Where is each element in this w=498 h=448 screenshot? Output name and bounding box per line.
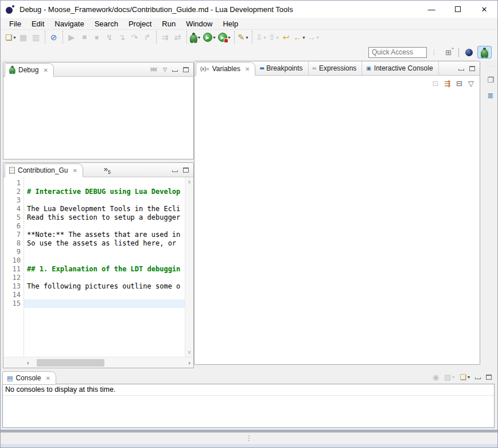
menu-help[interactable]: Help (217, 20, 243, 28)
tab-close-icon[interactable]: ✕ (245, 66, 250, 72)
display-selected-console-icon: ▤ (444, 373, 451, 381)
maximize-view-icon[interactable] (469, 66, 475, 71)
code-line[interactable] (24, 248, 185, 256)
statusbar-drag-handle[interactable]: ⋮ (246, 435, 252, 442)
tab-breakpoints[interactable]: ●●Breakpoints (255, 61, 308, 75)
close-icon: ✕ (481, 5, 488, 14)
tab-console[interactable]: ▤ Console ✕ (2, 371, 56, 385)
code-line[interactable] (24, 299, 185, 308)
tab-expressions[interactable]: ∞Expressions (309, 61, 363, 75)
minimize-view-icon[interactable] (458, 69, 464, 71)
code-line[interactable]: The following pictures outline some o (24, 282, 185, 291)
show-logical-structures-button[interactable]: ⇶ (444, 80, 450, 87)
code-line[interactable] (24, 196, 185, 205)
dropdown-caret-icon[interactable]: ▾ (468, 375, 470, 380)
outline-view-icon[interactable]: ≣ (488, 91, 494, 100)
external-tools-button[interactable]: ✎▾ (237, 31, 250, 44)
window-maximize-button[interactable] (445, 1, 471, 18)
variables-content[interactable] (194, 91, 480, 364)
run-button[interactable]: ▶▾ (202, 31, 217, 44)
view-menu-icon[interactable]: ▽ (163, 67, 167, 72)
menu-navigate[interactable]: Navigate (49, 20, 89, 28)
maximize-view-icon[interactable] (183, 167, 189, 173)
dropdown-caret-icon[interactable]: ▾ (14, 35, 16, 40)
menu-file[interactable]: File (4, 20, 26, 28)
quick-access-input[interactable] (368, 47, 427, 58)
open-console-button[interactable]: ❏▾ (460, 373, 470, 381)
open-perspective-button[interactable]: ⊞✦ (441, 46, 456, 59)
code-line[interactable]: # Interactive DEBUG using Lua Develop (24, 188, 185, 196)
back-button[interactable]: ←▾ (293, 31, 306, 44)
code-line[interactable]: ## 1. Explanation of the LDT debuggin (24, 265, 185, 274)
dropdown-caret-icon[interactable]: ▾ (303, 35, 305, 40)
code-line[interactable] (24, 179, 185, 188)
skip-all-breakpoints-button[interactable]: ⊘ (48, 31, 60, 44)
tab-close-icon[interactable]: ✕ (72, 167, 77, 174)
window-minimize-button[interactable]: — (418, 1, 445, 18)
new-wizard-button[interactable]: ❏▾ (4, 31, 17, 44)
menu-project[interactable]: Project (123, 20, 157, 28)
scroll-up-icon[interactable]: ∧ (188, 179, 192, 185)
restore-view-icon[interactable]: ❐ (487, 76, 494, 84)
console-content[interactable]: No consoles to display at this time. (2, 384, 495, 428)
code-line[interactable] (24, 256, 185, 265)
line-number: 7 (3, 231, 21, 239)
tab-contribution-guide[interactable]: Contribution_Gu ✕ (5, 163, 83, 177)
code-line[interactable]: So use the assets as listed here, or (24, 239, 185, 248)
debug-perspective-button[interactable] (477, 46, 492, 59)
tab-close-icon[interactable]: ✕ (43, 67, 48, 73)
debug-view-content[interactable] (3, 77, 193, 159)
tab-debug[interactable]: Debug ✕ (5, 63, 54, 77)
perspective-bar: ⊞✦ (441, 46, 492, 59)
line-number: 2 (3, 188, 21, 196)
terminate-button: ■ (91, 31, 103, 44)
code-line[interactable] (24, 222, 185, 231)
menu-search[interactable]: Search (90, 20, 123, 28)
view-menu-icon: ▽ (468, 80, 474, 87)
scroll-right-icon[interactable]: › (188, 359, 190, 366)
debug-button[interactable]: ▾ (189, 31, 202, 44)
dropdown-caret-icon[interactable]: ▾ (198, 35, 200, 40)
lua-perspective-button[interactable] (462, 46, 476, 59)
minimize-view-icon[interactable] (475, 377, 481, 379)
code-line[interactable]: **Note:** The assets that are used in (24, 231, 185, 239)
dropdown-caret-icon[interactable]: ▾ (213, 35, 216, 40)
hidden-editors-chevron[interactable]: »5 (104, 165, 111, 175)
tab-variables[interactable]: (x)=Variables✕ (196, 62, 255, 76)
minimize-view-icon[interactable] (172, 170, 178, 172)
code-line[interactable]: The Lua Development Tools in the Ecli (24, 205, 185, 213)
menu-run[interactable]: Run (157, 20, 181, 28)
open-console-icon: ❏ (460, 373, 466, 381)
maximize-view-icon[interactable] (183, 67, 189, 72)
last-edit-location-button[interactable]: ↩ (280, 31, 293, 44)
scroll-down-icon[interactable]: ∨ (188, 349, 192, 355)
maximize-view-icon[interactable] (486, 375, 492, 380)
view-menu-button[interactable]: ▽ (468, 80, 474, 87)
window-controls: — ✕ (418, 1, 497, 18)
window-close-button[interactable]: ✕ (471, 1, 497, 18)
console-toolbar: ◉▤▾❏▾ (433, 373, 497, 381)
toolbar-grip: ⋮ (431, 49, 437, 56)
resume-button: ▶ (65, 31, 78, 44)
console-icon: ▤ (7, 375, 13, 381)
tab-interactive-console[interactable]: ▣Interactive Console (362, 61, 438, 75)
menu-edit[interactable]: Edit (26, 20, 49, 28)
scroll-left-icon[interactable]: ‹ (27, 359, 29, 366)
code-line[interactable] (24, 274, 185, 282)
code-line[interactable]: Read this section to setup a debugger (24, 213, 185, 222)
minimize-view-icon[interactable] (172, 70, 178, 72)
line-number: 6 (3, 222, 21, 231)
dropdown-caret-icon[interactable]: ▾ (246, 35, 248, 40)
debug-tabrow: Debug ✕ ✖✖ ▽ (3, 63, 193, 77)
tab-close-icon[interactable]: ✕ (45, 375, 50, 381)
dropdown-caret-icon[interactable]: ▾ (228, 35, 231, 40)
scrollbar-thumb[interactable] (37, 359, 104, 367)
vertical-scrollbar[interactable]: ∧ ∨ (185, 177, 193, 357)
code-line[interactable] (24, 291, 185, 299)
menu-window[interactable]: Window (181, 20, 217, 28)
perspective-row: ⋮ ⊞✦ (1, 45, 497, 60)
collapse-all-button[interactable]: ⊟ (456, 80, 462, 87)
horizontal-scrollbar[interactable]: ‹ › (3, 357, 193, 368)
code-area[interactable]: # Interactive DEBUG using Lua DevelopThe… (24, 177, 185, 357)
run-with-coverage-button[interactable]: ▶▾ (217, 31, 232, 44)
